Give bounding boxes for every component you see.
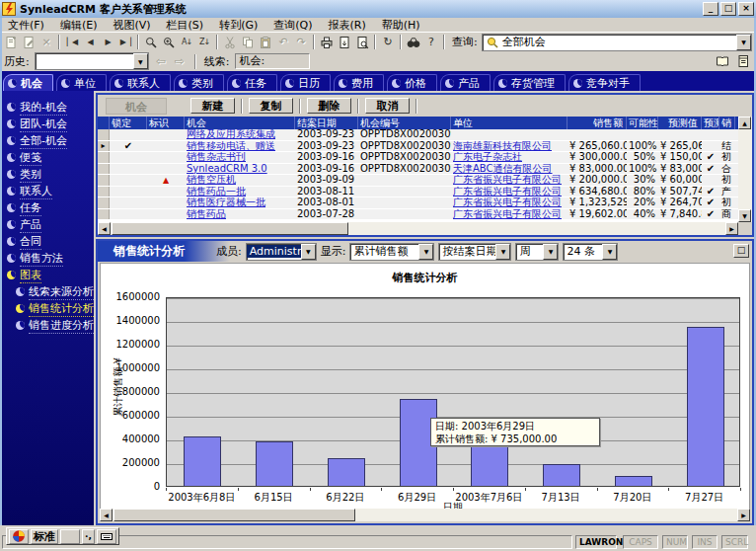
- sort-ascending-icon[interactable]: A↓: [178, 35, 195, 50]
- grid-button-删除[interactable]: 删除: [307, 98, 351, 114]
- menu-item-v[interactable]: 视图(V): [105, 18, 158, 33]
- menu-item-r[interactable]: 报表(R): [321, 18, 374, 33]
- history-combo[interactable]: ▼: [35, 52, 149, 70]
- chart-bar[interactable]: [328, 458, 365, 486]
- ime-logo-icon[interactable]: [9, 529, 29, 544]
- period-combo[interactable]: 周 ▼: [515, 243, 559, 261]
- sidebar-item-销售方法[interactable]: 销售方法: [0, 250, 94, 267]
- scrollbar-thumb[interactable]: [112, 222, 348, 235]
- scroll-up-button[interactable]: ▲: [738, 117, 751, 129]
- export-icon[interactable]: [336, 35, 353, 50]
- table-row[interactable]: 销售杂志书刊2003-09-16OPPTD8X0020030916001广东电子…: [98, 152, 738, 164]
- column-header-机会编号[interactable]: 机会编号: [358, 117, 451, 129]
- unit-link[interactable]: 广东电子杂志社: [453, 152, 522, 162]
- tab-单位[interactable]: 单位: [56, 74, 107, 91]
- chart-horizontal-scrollbar[interactable]: ◀ ▶: [100, 509, 750, 521]
- sidebar-item-销售进度分析[interactable]: 销售进度分析: [0, 317, 94, 334]
- display-combo[interactable]: 累计销售额 ▼: [349, 243, 434, 261]
- table-row[interactable]: 销售药品2003-07-28广东省振兴电子有限公司¥ 19,602.0040%¥…: [98, 209, 738, 221]
- new-record-icon[interactable]: [2, 35, 20, 50]
- scroll-down-button[interactable]: ▼: [738, 209, 751, 222]
- menu-item-s[interactable]: 栏目(S): [159, 18, 212, 33]
- grid-button-新建[interactable]: 新建: [190, 98, 235, 114]
- table-row[interactable]: ▸✔销售移动电话、赠送2003-09-23OPPTD8X002003092300…: [98, 141, 738, 153]
- group-by-combo[interactable]: 按结案日期 ▼: [438, 243, 511, 261]
- sort-descending-icon[interactable]: Z↓: [195, 35, 213, 50]
- table-row[interactable]: 销售医疗器械一批2003-08-01广东省振兴电子有限公司¥ 1,323,529…: [98, 197, 738, 209]
- report-icon[interactable]: [714, 53, 731, 69]
- grid-horizontal-scrollbar[interactable]: ◀ ▶: [98, 222, 738, 235]
- chart-bar[interactable]: [687, 327, 724, 486]
- sidebar-item-线索来源分析[interactable]: 线索来源分析: [0, 283, 94, 300]
- grid-button-取消[interactable]: 取消: [365, 98, 410, 114]
- column-header-预测值[interactable]: 预测值: [658, 117, 702, 129]
- row-selector-cell[interactable]: ▸: [98, 141, 110, 152]
- table-row[interactable]: 网络及应用系统集成2003-09-23OPPTD8X0020030923001: [98, 129, 738, 141]
- back-arrow-icon[interactable]: ⇦: [154, 54, 168, 68]
- menu-item-f[interactable]: 文件(F): [0, 18, 52, 33]
- tab-类别[interactable]: 类别: [174, 74, 224, 91]
- row-selector-cell[interactable]: [98, 129, 110, 140]
- column-header-机会[interactable]: 机会: [185, 117, 295, 129]
- edit-record-icon[interactable]: [20, 35, 38, 50]
- tab-价格[interactable]: 价格: [387, 74, 437, 91]
- unit-link[interactable]: 广东省振兴电子有限公司: [453, 209, 562, 219]
- sidebar-item-类别[interactable]: 类别: [0, 166, 94, 183]
- row-selector-cell[interactable]: [98, 164, 110, 175]
- print-icon[interactable]: [318, 35, 336, 50]
- paste-icon[interactable]: [257, 35, 274, 50]
- tab-产品[interactable]: 产品: [440, 74, 491, 91]
- column-header-标识[interactable]: 标识: [147, 117, 185, 129]
- row-selector-cell[interactable]: [98, 152, 110, 163]
- opportunity-link[interactable]: SynleadCRM 3.0: [187, 164, 267, 174]
- column-header-可能性[interactable]: 可能性: [627, 117, 658, 129]
- opportunity-link[interactable]: 销售药品: [187, 209, 226, 219]
- unit-link[interactable]: 广东省振兴电子有限公司: [453, 187, 562, 197]
- column-header-锁定[interactable]: 锁定: [110, 117, 147, 129]
- menu-item-q[interactable]: 查询(Q): [265, 18, 320, 33]
- context-help-icon[interactable]: ?: [422, 35, 440, 50]
- tab-存货管理[interactable]: 存货管理: [493, 74, 566, 91]
- cut-icon[interactable]: [221, 35, 239, 50]
- sidebar-item-团队-机会[interactable]: 团队-机会: [0, 116, 94, 132]
- sidebar-item-产品[interactable]: 产品: [0, 216, 94, 233]
- soft-keyboard-icon[interactable]: [97, 529, 116, 544]
- tab-任务[interactable]: 任务: [227, 74, 277, 91]
- row-selector-cell[interactable]: [98, 187, 110, 197]
- sidebar-item-图表[interactable]: 图表: [0, 267, 94, 283]
- chart-bar[interactable]: [471, 446, 508, 486]
- sidebar-item-便笺[interactable]: 便笺: [0, 149, 94, 166]
- display-combo-dropdown-button[interactable]: ▼: [418, 244, 433, 260]
- column-header-单位[interactable]: 单位: [451, 117, 567, 129]
- menu-item-e[interactable]: 编辑(E): [52, 18, 106, 33]
- history-combo-dropdown-button[interactable]: ▼: [133, 53, 148, 69]
- opportunity-link[interactable]: 销售杂志书刊: [187, 152, 246, 162]
- query-combo-dropdown-button[interactable]: ▼: [736, 35, 751, 50]
- scroll-left-button[interactable]: ◀: [100, 509, 113, 521]
- prev-record-icon[interactable]: ◀: [81, 35, 99, 50]
- ime-toolbar[interactable]: 标准·,: [6, 527, 119, 545]
- table-row[interactable]: SynleadCRM 3.02003-09-16OPPTD8X002003091…: [98, 164, 738, 176]
- period-combo-dropdown-button[interactable]: ▼: [543, 244, 558, 260]
- tab-竞争对手[interactable]: 竞争对手: [568, 74, 641, 91]
- opportunity-link[interactable]: 销售药品一批: [187, 187, 246, 197]
- chart-bar[interactable]: [543, 464, 580, 486]
- tab-机会[interactable]: 机会: [3, 74, 53, 91]
- opportunity-link[interactable]: 销售医疗器械一批: [187, 197, 265, 207]
- scroll-right-button[interactable]: ▶: [725, 222, 738, 235]
- chart-bar[interactable]: [615, 476, 652, 486]
- column-header-预测[interactable]: 预测: [702, 117, 719, 129]
- halfwidth-moon-icon[interactable]: [60, 529, 80, 544]
- first-record-icon[interactable]: ▏◀: [63, 35, 81, 50]
- tab-日历[interactable]: 日历: [280, 74, 331, 91]
- grid-vertical-scrollbar[interactable]: ▲ ▼: [738, 117, 752, 222]
- sidebar-item-任务[interactable]: 任务: [0, 199, 94, 216]
- table-row[interactable]: ▲销售空压机2003-09-09广东省振兴电子有限公司¥ 200,000.003…: [98, 175, 738, 187]
- tab-联系人[interactable]: 联系人: [110, 74, 171, 91]
- column-header-销[interactable]: 销: [719, 117, 735, 129]
- member-combo-dropdown-button[interactable]: ▼: [301, 244, 316, 260]
- unit-link[interactable]: 广东省振兴电子有限公司: [453, 197, 562, 207]
- count-combo[interactable]: 24 条 ▼: [563, 243, 618, 261]
- filter-icon[interactable]: [160, 35, 178, 50]
- column-header-结案日期[interactable]: 结案日期: [295, 117, 358, 129]
